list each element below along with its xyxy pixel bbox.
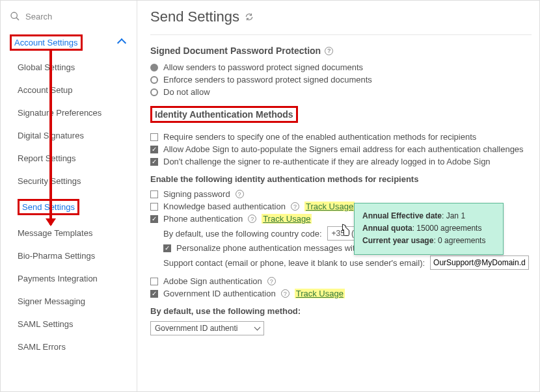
section-identity-auth: Identity Authentication Methods xyxy=(150,106,298,123)
nav-bio-pharma-settings[interactable]: Bio-Pharma Settings xyxy=(1,244,137,267)
main-content: Send Settings Signed Document Password P… xyxy=(137,1,539,391)
nav-section-label: Account Settings xyxy=(10,34,83,51)
nav-message-templates[interactable]: Message Templates xyxy=(1,222,137,244)
search-box[interactable]: Search xyxy=(1,7,137,29)
nav-section-account-settings[interactable]: Account Settings xyxy=(1,29,137,56)
chk-adobe-sign-auth[interactable]: Adobe Sign authentication ? xyxy=(150,276,532,286)
chk-require-auth[interactable]: Require senders to specify one of the en… xyxy=(150,132,532,142)
nav-account-setup[interactable]: Account Setup xyxy=(1,79,137,101)
nav-signature-preferences[interactable]: Signature Preferences xyxy=(1,101,137,124)
search-icon xyxy=(10,11,20,21)
nav-send-settings[interactable]: Send Settings xyxy=(1,192,137,222)
help-icon[interactable]: ? xyxy=(291,202,299,211)
tooltip-usage: Annual Effective date: Jan 1 Annual quot… xyxy=(354,203,504,255)
link-track-usage-kba[interactable]: Track Usage xyxy=(306,202,353,211)
select-default-method[interactable]: Government ID authenti xyxy=(150,321,264,335)
help-icon[interactable]: ? xyxy=(248,215,256,223)
radio-do-not-allow[interactable]: Do not allow xyxy=(150,87,532,97)
nav-security-settings[interactable]: Security Settings xyxy=(1,170,137,192)
nav-saml-settings[interactable]: SAML Settings xyxy=(1,313,137,335)
row-support-contact: Support contact (email or phone, leave i… xyxy=(163,255,532,270)
chevron-down-icon xyxy=(254,324,261,331)
enable-methods-heading: Enable the following identity authentica… xyxy=(150,174,532,184)
nav-digital-signatures[interactable]: Digital Signatures xyxy=(1,124,137,147)
nav-saml-errors[interactable]: SAML Errors xyxy=(1,335,137,358)
radio-enforce-password[interactable]: Enforce senders to password protect sign… xyxy=(150,75,532,85)
help-icon[interactable]: ? xyxy=(236,190,244,198)
svg-point-0 xyxy=(11,12,17,18)
chk-auto-populate[interactable]: ✓Allow Adobe Sign to auto-populate the S… xyxy=(150,144,532,154)
chk-signing-password[interactable]: Signing password ? xyxy=(150,189,532,199)
page-title: Send Settings xyxy=(150,8,532,25)
nav-report-settings[interactable]: Report Settings xyxy=(1,147,137,170)
link-track-usage-phone[interactable]: Track Usage xyxy=(263,214,310,224)
help-icon[interactable]: ? xyxy=(267,277,276,285)
nav-signer-messaging[interactable]: Signer Messaging xyxy=(1,290,137,313)
radio-allow-password[interactable]: Allow senders to password protect signed… xyxy=(150,62,532,72)
help-icon[interactable]: ? xyxy=(325,47,333,55)
input-support-contact[interactable] xyxy=(430,255,529,270)
chevron-up-icon xyxy=(117,38,126,47)
svg-line-1 xyxy=(16,18,19,20)
section-password-protection: Signed Document Password Protection ? xyxy=(150,46,532,56)
sidebar: Search Account Settings Global Settings … xyxy=(1,1,137,391)
default-method-label: By default, use the following method: xyxy=(150,306,532,316)
chk-gov-id-auth[interactable]: ✓Government ID authentication ? Track Us… xyxy=(150,289,532,298)
help-icon[interactable]: ? xyxy=(281,289,290,298)
link-track-usage-gov[interactable]: Track Usage xyxy=(296,289,344,298)
search-placeholder: Search xyxy=(25,12,52,21)
chk-no-rechallenge[interactable]: ✓Don't challenge the signer to re-authen… xyxy=(150,157,532,166)
nav-payments-integration[interactable]: Payments Integration xyxy=(1,267,137,290)
refresh-icon[interactable] xyxy=(245,8,254,25)
nav-global-settings[interactable]: Global Settings xyxy=(1,56,137,79)
